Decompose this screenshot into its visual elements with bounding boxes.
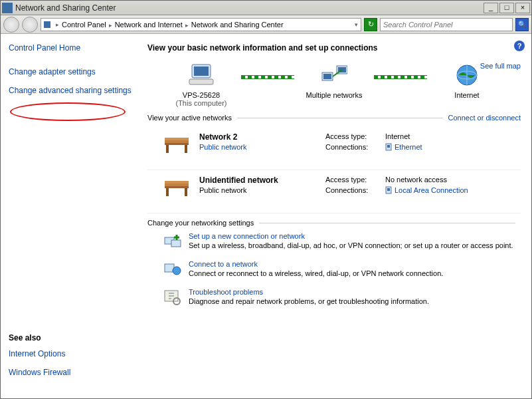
map-node-computer-label: VPS-25628: [161, 91, 241, 99]
access-type-label: Access type:: [325, 132, 385, 140]
ethernet-icon: [385, 143, 392, 151]
control-panel-home-link[interactable]: Control Panel Home: [9, 43, 135, 53]
map-link-2: [374, 75, 427, 79]
crumb-control-panel[interactable]: Control Panel: [62, 21, 112, 29]
breadcrumb-icon: [44, 21, 50, 28]
task-setup-connection: Set up a new connection or network Set u…: [162, 232, 521, 251]
search-go-button[interactable]: 🔍: [515, 18, 529, 31]
task-troubleshoot-desc: Diagnose and repair network problems, or…: [189, 297, 429, 305]
svg-rect-11: [165, 140, 189, 143]
network-row-2: Unidentified network Public network Acce…: [147, 170, 521, 213]
main-pane: ? View your basic network information an…: [143, 34, 531, 398]
task-connect-desc: Connect or reconnect to a wireless, wire…: [189, 269, 443, 277]
crumb-current[interactable]: Network and Sharing Center: [191, 21, 284, 29]
connections-label: Connections:: [325, 143, 385, 151]
network-1-access: Internet: [385, 132, 410, 140]
app-icon: [2, 3, 13, 13]
map-link-1: [241, 75, 294, 79]
search-box[interactable]: [380, 18, 513, 31]
bench-icon: [161, 132, 193, 159]
task-connect-title[interactable]: Connect to a network: [189, 260, 443, 268]
bench-icon: [161, 176, 193, 202]
network-2-connection-link[interactable]: Local Area Connection: [385, 186, 468, 194]
networks-icon: [321, 62, 347, 88]
globe-icon: [454, 62, 480, 88]
computer-icon: [188, 62, 215, 88]
network-2-type: Public network: [199, 186, 325, 194]
window-title: Network and Sharing Center: [15, 3, 484, 13]
page-heading: View your basic network information and …: [147, 43, 521, 53]
forward-button[interactable]: [22, 17, 38, 33]
close-button[interactable]: ×: [515, 3, 530, 13]
map-node-internet-label: Internet: [427, 91, 507, 99]
connections-label: Connections:: [325, 186, 385, 194]
minimize-button[interactable]: _: [484, 3, 498, 13]
svg-rect-12: [165, 143, 189, 145]
svg-rect-14: [185, 145, 187, 153]
network-row-1: Network 2 Public network Access type:Int…: [147, 127, 521, 170]
help-icon[interactable]: ?: [514, 41, 525, 51]
map-node-networks-label: Multiple networks: [294, 91, 374, 99]
svg-rect-15: [165, 138, 189, 140]
ethernet-icon: [385, 186, 392, 194]
refresh-button[interactable]: ↻: [364, 18, 377, 31]
network-2-name: Unidentified network: [199, 176, 325, 185]
svg-rect-4: [323, 74, 331, 79]
change-adapter-settings-link[interactable]: Change adapter settings: [9, 67, 135, 76]
titlebar: Network and Sharing Center _ □ ×: [1, 1, 531, 15]
network-map: See full map VPS-25628 (This computer) M…: [147, 62, 521, 107]
svg-rect-19: [165, 186, 189, 188]
svg-rect-17: [387, 145, 390, 148]
breadcrumb[interactable]: ▸ Control Panel Network and Internet Net…: [41, 18, 361, 31]
svg-point-28: [173, 267, 181, 275]
svg-rect-2: [189, 79, 213, 84]
active-networks-heading: View your active networks: [147, 114, 232, 122]
map-node-networks: Multiple networks: [294, 62, 374, 99]
svg-rect-1: [194, 66, 209, 76]
highlight-oval: [10, 102, 126, 121]
svg-rect-26: [171, 240, 181, 247]
troubleshoot-icon: [162, 288, 183, 307]
sidebar: Control Panel Home Change adapter settin…: [1, 34, 143, 398]
see-full-map-link[interactable]: See full map: [480, 62, 521, 70]
task-setup-title[interactable]: Set up a new connection or network: [189, 232, 513, 240]
svg-rect-18: [165, 184, 189, 186]
map-node-computer-sub: (This computer): [161, 99, 241, 107]
network-1-type-link[interactable]: Public network: [199, 143, 325, 151]
connect-disconnect-link[interactable]: Connect or disconnect: [448, 114, 521, 122]
svg-rect-13: [166, 145, 169, 153]
network-1-connection-link[interactable]: Ethernet: [385, 143, 422, 151]
maximize-button[interactable]: □: [499, 3, 514, 13]
search-input[interactable]: [383, 21, 509, 29]
svg-rect-21: [185, 188, 187, 196]
see-also-heading: See also: [9, 333, 70, 342]
task-connect-network: Connect to a network Connect or reconnec…: [162, 260, 521, 279]
network-2-access: No network access: [385, 176, 447, 184]
svg-rect-20: [166, 188, 169, 196]
map-node-computer: VPS-25628 (This computer): [161, 62, 241, 107]
change-settings-heading: Change your networking settings: [147, 219, 254, 227]
network-1-name: Network 2: [199, 132, 325, 142]
task-troubleshoot: Troubleshoot problems Diagnose and repai…: [162, 288, 521, 307]
task-troubleshoot-title[interactable]: Troubleshoot problems: [189, 288, 429, 296]
crumb-network-internet[interactable]: Network and Internet: [115, 21, 189, 29]
svg-rect-22: [165, 181, 189, 184]
change-advanced-sharing-link[interactable]: Change advanced sharing settings: [9, 86, 135, 95]
internet-options-link[interactable]: Internet Options: [9, 349, 70, 358]
task-setup-desc: Set up a wireless, broadband, dial-up, a…: [189, 241, 513, 249]
svg-rect-24: [387, 188, 390, 191]
setup-connection-icon: [162, 232, 183, 251]
connect-network-icon: [162, 260, 183, 279]
toolbar: ▸ Control Panel Network and Internet Net…: [1, 15, 531, 34]
access-type-label: Access type:: [325, 176, 385, 184]
back-button[interactable]: [3, 17, 19, 33]
windows-firewall-link[interactable]: Windows Firewall: [9, 368, 70, 377]
